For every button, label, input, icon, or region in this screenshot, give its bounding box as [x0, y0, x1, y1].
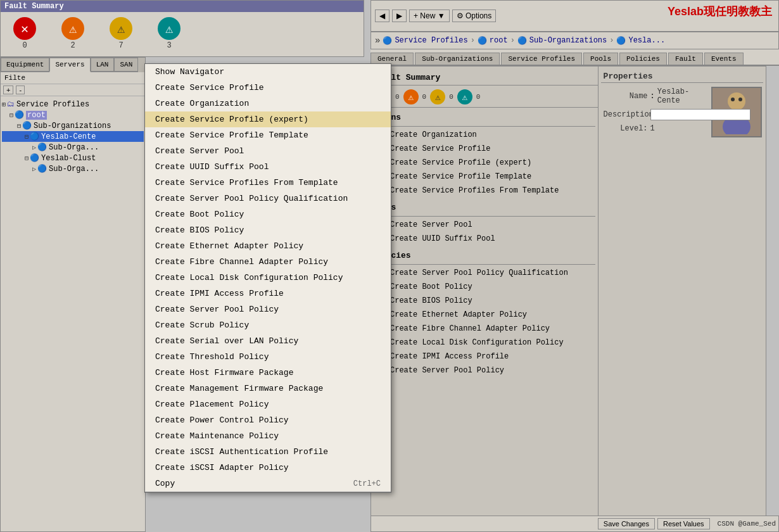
menu-create-server-pool[interactable]: Create Server Pool — [145, 143, 391, 159]
tab-servers[interactable]: Servers — [49, 58, 90, 72]
tree-item-sub-orga-1[interactable]: ▷ 🔵 Sub-Orga... — [2, 142, 144, 153]
options-button[interactable]: ⚙ Options — [452, 10, 497, 22]
menu-create-host-firmware-package[interactable]: Create Host Firmware Package — [145, 365, 391, 381]
menu-show-navigator[interactable]: Show Navigator — [145, 64, 391, 80]
menu-create-serial-over-lan-policy[interactable]: Create Serial over LAN Policy — [145, 333, 391, 349]
tree-collapse-button[interactable]: - — [16, 86, 25, 94]
tab-serviceprofiles[interactable]: Service Profiles — [501, 53, 582, 65]
action-create-service-profile[interactable]: + Create Service Profile — [371, 142, 598, 156]
action-create-sp-template[interactable]: + Create Service Profile Template — [371, 170, 598, 184]
menu-create-threshold-policy[interactable]: Create Threshold Policy — [145, 349, 391, 365]
prop-name-label: Name — [604, 92, 648, 101]
menu-create-fibre-channel-adapter-policy[interactable]: Create Fibre Channel Adapter Policy — [145, 254, 391, 270]
sub-orga-2-icon: 🔵 — [37, 164, 47, 174]
action-create-server-pool-policy[interactable]: + Create Server Pool Policy — [371, 364, 598, 377]
right-fault-summary: ✕ 0 ⚠ 0 ⚠ 0 ⚠ 0 — [371, 87, 598, 108]
menu-create-ethernet-adapter-policy[interactable]: Create Ethernet Adapter Policy — [145, 238, 391, 254]
fault-icon-orange: ⚠ 2 — [61, 17, 84, 50]
menu-create-maintenance-policy[interactable]: Create Maintenance Policy — [145, 428, 391, 444]
menu-create-mgmt-firmware-package[interactable]: Create Management Firmware Package — [145, 381, 391, 396]
tab-lan[interactable]: LAN — [91, 58, 115, 72]
action-create-boot-policy[interactable]: + Create Boot Policy — [371, 280, 598, 294]
action-create-sp-from-template[interactable]: + Create Service Profiles From Template — [371, 184, 598, 198]
rfault-yellow: ⚠ — [430, 89, 445, 104]
menu-create-organization[interactable]: Create Organization — [145, 96, 391, 111]
tab-policies[interactable]: Policies — [619, 53, 667, 65]
tree-item-service-profiles[interactable]: ⊞ 🗂 Service Profiles — [2, 99, 144, 110]
action-create-server-pool-policy-qual[interactable]: + Create Server Pool Policy Qualificatio… — [371, 266, 598, 280]
tree-item-sub-orga-2[interactable]: ▷ 🔵 Sub-Orga... — [2, 163, 144, 174]
menu-create-power-control-policy[interactable]: Create Power Control Policy — [145, 412, 391, 428]
action-create-ipmi-access-profile[interactable]: + Create IPMI Access Profile — [371, 350, 598, 364]
menu-create-bios-policy[interactable]: Create BIOS Policy — [145, 222, 391, 238]
action-create-organization[interactable]: + Create Organization — [371, 128, 598, 142]
rfault-teal: ⚠ — [457, 89, 472, 104]
breadcrumb-sp-icon: 🔵 — [383, 36, 392, 46]
policies-divider — [374, 264, 595, 265]
menu-create-ipmi-access-profile[interactable]: Create IPMI Access Profile — [145, 286, 391, 301]
menu-create-local-disk-config-policy[interactable]: Create Local Disk Configuration Policy — [145, 270, 391, 286]
tab-pools[interactable]: Pools — [583, 53, 618, 65]
tree-item-yeslab-clust[interactable]: ⊟ 🔵 Yeslab-Clust — [2, 153, 144, 163]
action-create-uuid-suffix-pool[interactable]: U Create UUID Suffix Pool — [371, 232, 598, 246]
yeslab-cente-icon: 🔵 — [30, 132, 39, 141]
save-changes-button[interactable]: Save Changes — [598, 518, 655, 529]
menu-create-iscsi-adapter-policy[interactable]: Create iSCSI Adapter Policy — [145, 460, 391, 476]
menu-create-placement-policy[interactable]: Create Placement Policy — [145, 396, 391, 412]
breadcrumb: » 🔵 Service Profiles › 🔵 root › 🔵 Sub-Or… — [370, 32, 779, 49]
prop-description-row: Description: — [601, 107, 710, 122]
action-create-fibre-channel-adapter-policy[interactable]: + Create Fibre Channel Adapter Policy — [371, 322, 598, 336]
menu-create-scrub-policy[interactable]: Create Scrub Policy — [145, 317, 391, 333]
menu-copy[interactable]: Copy Ctrl+C — [145, 476, 391, 492]
new-button[interactable]: + New ▼ — [409, 10, 450, 22]
actions-title: tions — [371, 110, 598, 125]
reset-values-button[interactable]: Reset Values — [657, 518, 710, 529]
action-create-bios-policy[interactable]: + Create BIOS Policy — [371, 294, 598, 308]
menu-create-service-profile-expert[interactable]: Create Service Profile (expert) — [145, 111, 391, 127]
policies-title: olicies — [371, 248, 598, 263]
menu-create-boot-policy[interactable]: Create Boot Policy — [145, 206, 391, 222]
tree-item-sub-org[interactable]: ⊟ 🔵 Sub-Organizations — [2, 120, 144, 131]
tab-suborg[interactable]: Sub-Organizations — [415, 53, 500, 65]
svg-point-3 — [738, 98, 742, 101]
action-create-local-disk-config-policy[interactable]: + Create Local Disk Configuration Policy — [371, 336, 598, 350]
tab-san[interactable]: SAN — [114, 58, 138, 72]
menu-create-server-pool-policy[interactable]: Create Server Pool Policy — [145, 301, 391, 317]
tree-area: ⊞ 🗂 Service Profiles ⊟ 🔵 root ⊟ 🔵 Sub-Or… — [1, 96, 145, 177]
action-create-ethernet-adapter-policy[interactable]: + Create Ethernet Adapter Policy — [371, 308, 598, 322]
right-toolbar: ◀ ▶ + New ▼ ⚙ Options Yeslab现任明教教主 — [370, 0, 779, 32]
filter-bar: Filte — [1, 72, 145, 84]
menu-create-service-profile[interactable]: Create Service Profile — [145, 80, 391, 96]
tree-expand-button[interactable]: + — [3, 86, 13, 94]
breadcrumb-service-profiles[interactable]: Service Profiles — [395, 36, 467, 45]
tree-item-yeslab-cente[interactable]: ⊟ 🔵 Yeslab-Cente — [2, 131, 144, 142]
rfault-orange: ⚠ — [403, 89, 419, 104]
sub-orga-1-icon: 🔵 — [37, 142, 47, 152]
fault-summary-title: Fault Summary — [1, 1, 364, 12]
breadcrumb-yeslab[interactable]: Yesla... — [628, 36, 665, 45]
yeslab-clust-icon: 🔵 — [30, 153, 39, 163]
menu-create-iscsi-auth-profile[interactable]: Create iSCSI Authentication Profile — [145, 444, 391, 460]
action-create-sp-expert[interactable]: + Create Service Profile (expert) — [371, 156, 598, 170]
tree-item-root[interactable]: ⊟ 🔵 root — [2, 110, 144, 120]
breadcrumb-root[interactable]: root — [490, 36, 508, 45]
actions-divider — [374, 126, 595, 127]
breadcrumb-suborg[interactable]: Sub-Organizations — [529, 36, 607, 45]
action-create-server-pool[interactable]: S Create Server Pool — [371, 218, 598, 232]
breadcrumb-arrows: » — [375, 35, 380, 46]
menu-create-sp-from-template[interactable]: Create Service Profiles From Template — [145, 175, 391, 191]
forward-button[interactable]: ▶ — [392, 10, 407, 22]
svg-point-2 — [731, 98, 735, 101]
menu-create-uuid-suffix-pool[interactable]: Create UUID Suffix Pool — [145, 159, 391, 175]
sub-org-icon: 🔵 — [22, 121, 32, 130]
tab-equipment[interactable]: Equipment — [1, 58, 49, 72]
tab-events[interactable]: Events — [704, 53, 744, 65]
menu-create-sp-template[interactable]: Create Service Profile Template — [145, 127, 391, 143]
menu-create-server-pool-policy-qual[interactable]: Create Server Pool Policy Qualification — [145, 191, 391, 206]
tree-toolbar: + - — [1, 84, 145, 96]
tab-fault[interactable]: Fault — [668, 53, 703, 65]
prop-desc-input[interactable] — [650, 109, 750, 120]
prop-level-value: 1 — [650, 124, 655, 133]
back-button[interactable]: ◀ — [375, 10, 390, 22]
watermark: Yeslab现任明教教主 — [668, 4, 772, 19]
